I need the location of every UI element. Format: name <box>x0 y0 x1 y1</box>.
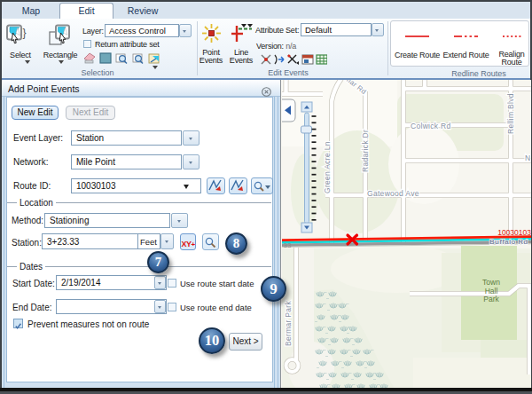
svg-text:Radarick Dr: Radarick Dr <box>361 130 370 172</box>
svg-text:Gatewood Ave: Gatewood Ave <box>367 189 419 198</box>
svg-text:Colwick Rd: Colwick Rd <box>411 122 451 130</box>
svg-text:Park: Park <box>483 295 499 303</box>
svg-text:10030103: 10030103 <box>497 228 531 237</box>
svg-text:Green Acre Ln: Green Acre Ln <box>323 141 332 193</box>
svg-text:}: } <box>23 27 27 39</box>
svg-text:Rellim Blvd: Rellim Blvd <box>506 93 515 134</box>
svg-text:N: N <box>525 154 530 162</box>
svg-text:Buffalo Rd: Buffalo Rd <box>489 238 528 246</box>
svg-text:+33: +33 <box>282 241 292 249</box>
svg-text:Town: Town <box>482 278 500 287</box>
svg-text:Bermar Park: Bermar Park <box>284 301 293 346</box>
